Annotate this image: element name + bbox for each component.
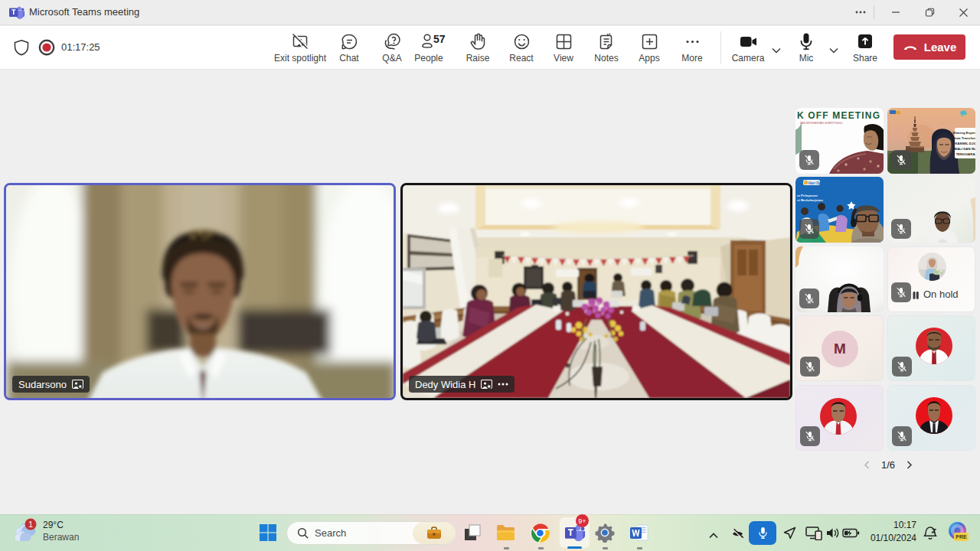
svg-text:KANWIL DJG: KANWIL DJG — [955, 142, 975, 145]
svg-text:K OFF MEETING: K OFF MEETING — [797, 110, 880, 121]
svg-text:Hari Dering: Hari Dering — [808, 181, 828, 185]
svg-text:1: 1 — [28, 520, 33, 529]
svg-text:DAN IMPLEMENTASI SUBER PUNGLI: DAN IMPLEMENTASI SUBER PUNGLI — [800, 122, 843, 125]
svg-text:TENGGARA: TENGGARA — [956, 152, 975, 156]
svg-text:BALI DAN NU: BALI DAN NU — [955, 147, 975, 151]
svg-text:Duta Transform: Duta Transform — [953, 136, 975, 140]
svg-text:si Berkelanjutan: si Berkelanjutan — [797, 198, 823, 202]
svg-text:m Pelayanan: m Pelayanan — [797, 194, 818, 197]
svg-text:Sharing Experie: Sharing Experie — [952, 131, 975, 135]
